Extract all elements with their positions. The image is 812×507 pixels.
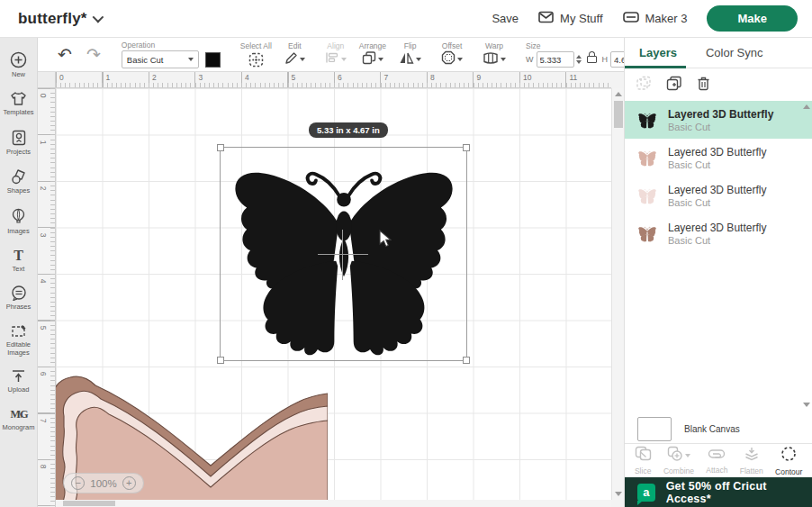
sidebar-item-templates[interactable]: Templates (0, 86, 38, 122)
tab-layers[interactable]: Layers (625, 38, 691, 68)
offset-octagon-icon (441, 50, 456, 68)
layer-row[interactable]: Layered 3D Butterfly Basic Cut (625, 177, 812, 214)
resize-handle-top-left[interactable] (217, 144, 224, 151)
canvas-vertical-scrollbar[interactable] (611, 88, 624, 500)
sidebar-item-editable-images[interactable]: Editable Images (0, 320, 38, 363)
zoom-control: − 100% + (63, 473, 144, 493)
trash-icon[interactable] (697, 76, 710, 95)
layer-row[interactable]: Layered 3D Butterfly Basic Cut (625, 139, 812, 177)
layers-panel: Layers Color Sync Layered 3D Butterfly B… (624, 38, 812, 507)
sidebar-label: Text (13, 265, 25, 273)
chevron-down-icon (501, 58, 506, 61)
canvas-horizontal-scrollbar[interactable] (56, 500, 611, 507)
warp-group[interactable]: Warp (476, 41, 512, 68)
ruler-label: 11 (570, 73, 578, 82)
scroll-down-arrow[interactable] (615, 492, 622, 496)
edit-group[interactable]: Edit (278, 41, 311, 68)
width-input[interactable] (537, 51, 574, 68)
chevron-down-icon (92, 12, 104, 23)
layer-name: Layered 3D Butterfly (668, 108, 773, 121)
layer-operation: Basic Cut (668, 235, 766, 246)
slice-button: Slice (635, 446, 652, 475)
tshirt-icon (10, 91, 27, 106)
scrollbar-thumb[interactable] (63, 501, 115, 506)
select-all-group[interactable]: Select All (234, 41, 278, 68)
mouse-cursor (379, 230, 392, 248)
ruler-label: 1 (39, 140, 48, 144)
ruler-label: 2 (152, 73, 157, 82)
sidebar-item-images[interactable]: Images (0, 204, 38, 240)
ruler-label: 1 (106, 73, 111, 82)
design-canvas[interactable]: 5.33 in x 4.67 in − 100% + (56, 88, 611, 500)
sidebar-item-phrases[interactable]: Phrases (0, 281, 38, 316)
project-title-menu[interactable]: butterfly* (18, 10, 101, 28)
scroll-up-arrow[interactable] (615, 92, 622, 96)
operation-group: Operation Basic Cut (115, 41, 227, 68)
ruler-label: 3 (199, 73, 203, 82)
ruler-label: 2 (39, 186, 48, 191)
machine-select-button[interactable]: Maker 3 (623, 12, 688, 25)
tab-color-sync[interactable]: Color Sync (691, 38, 778, 68)
width-stepper[interactable] (576, 55, 582, 64)
cutting-machine-icon (623, 12, 639, 25)
contour-button[interactable]: Contour (775, 446, 802, 476)
cricut-access-banner[interactable]: a Get 50% off Cricut Access* (625, 477, 812, 507)
chevron-down-icon (341, 58, 347, 61)
sidebar-label: Upload (8, 385, 30, 394)
operation-select[interactable]: Basic Cut (122, 50, 199, 68)
chevron-down-icon (378, 58, 383, 61)
sidebar-item-upload[interactable]: Upload (0, 365, 38, 399)
sidebar-item-text[interactable]: T Text (0, 243, 38, 278)
ruler-label: 4 (39, 279, 48, 284)
slice-icon (635, 446, 652, 465)
scroll-down-arrow[interactable] (803, 403, 810, 407)
scrollbar-thumb[interactable] (614, 101, 623, 128)
my-stuff-button[interactable]: My Stuff (538, 11, 602, 26)
ruler-ticks (56, 83, 611, 87)
duplicate-icon[interactable] (666, 76, 682, 95)
align-label: Align (327, 41, 344, 50)
arrange-group[interactable]: Arrange (353, 41, 392, 68)
blank-canvas-label: Blank Canvas (684, 424, 740, 434)
ruler-label: 10 (523, 73, 531, 82)
layer-row[interactable]: Layered 3D Butterfly Basic Cut (625, 214, 812, 252)
layer-list-scrollbar[interactable] (801, 101, 812, 411)
chevron-down-icon (188, 58, 194, 61)
undo-button[interactable]: ↶ (50, 47, 79, 63)
sidebar-item-monogram[interactable]: M\G Monogram (0, 403, 38, 437)
sidebar-item-shapes[interactable]: Shapes (0, 164, 38, 200)
lock-icon[interactable] (587, 56, 597, 63)
layer-name: Layered 3D Butterfly (668, 146, 766, 158)
redo-button[interactable]: ↷ (79, 47, 108, 63)
contour-icon (780, 446, 797, 466)
offset-group[interactable]: Offset (435, 41, 469, 68)
blank-canvas-row: Blank Canvas (625, 414, 812, 443)
selection-bounding-box[interactable] (220, 147, 467, 361)
zoom-out-button[interactable]: − (71, 476, 85, 490)
resize-handle-bottom-right[interactable] (463, 357, 470, 364)
make-button[interactable]: Make (707, 5, 798, 32)
upload-arrow-icon (11, 369, 26, 384)
align-group: Align (319, 41, 353, 68)
sidebar-item-new[interactable]: New (0, 47, 38, 84)
ruler-horizontal: 01234567891011 (56, 72, 611, 88)
resize-handle-bottom-left[interactable] (217, 357, 224, 364)
canvas-color-swatch[interactable] (637, 417, 672, 441)
banner-text: Get 50% off Cricut Access* (666, 480, 812, 505)
canvas-area: 01234567891011 012345678 5.33 in x (38, 72, 624, 507)
sidebar-item-projects[interactable]: Projects (0, 125, 38, 161)
flatten-button: Flatten (740, 447, 763, 475)
zoom-in-button[interactable]: + (122, 476, 136, 490)
sidebar-label: Editable Images (0, 340, 38, 358)
offset-label: Offset (442, 41, 463, 50)
layer-row[interactable]: Layered 3D Butterfly Basic Cut (625, 101, 812, 139)
cricut-logo-icon: a (637, 484, 655, 502)
flip-group[interactable]: Flip (392, 41, 428, 68)
resize-handle-top-right[interactable] (463, 144, 470, 151)
color-swatch[interactable] (205, 52, 221, 68)
scroll-up-arrow[interactable] (803, 104, 810, 109)
save-button[interactable]: Save (492, 12, 519, 25)
ruler-label: 7 (384, 73, 389, 82)
layer-list: Layered 3D Butterfly Basic Cut Layered 3… (625, 101, 812, 411)
save-label: Save (492, 12, 519, 25)
